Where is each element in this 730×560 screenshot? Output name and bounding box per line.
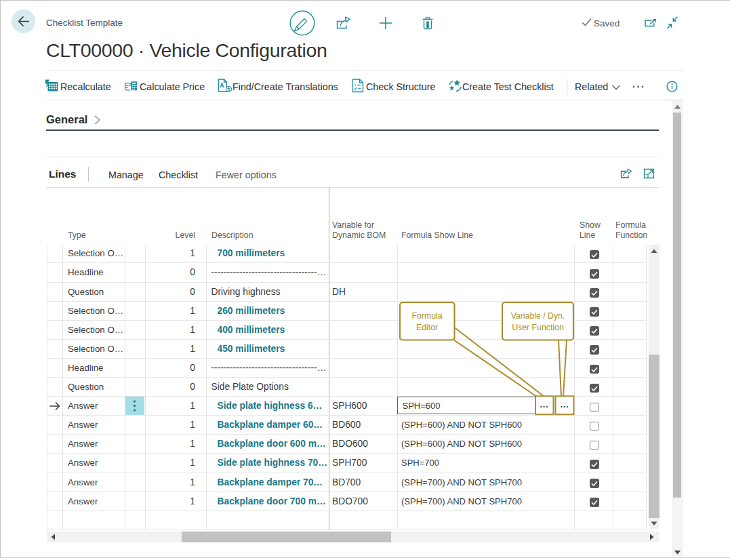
svg-text:···: ···: [540, 401, 549, 412]
svg-text:Formula: Formula: [411, 311, 442, 321]
svg-text:···: ···: [561, 401, 569, 412]
svg-text:User Function: User Function: [512, 323, 564, 332]
svg-text:Editor: Editor: [416, 323, 438, 332]
svg-text:Variable / Dyn.: Variable / Dyn.: [511, 311, 565, 321]
